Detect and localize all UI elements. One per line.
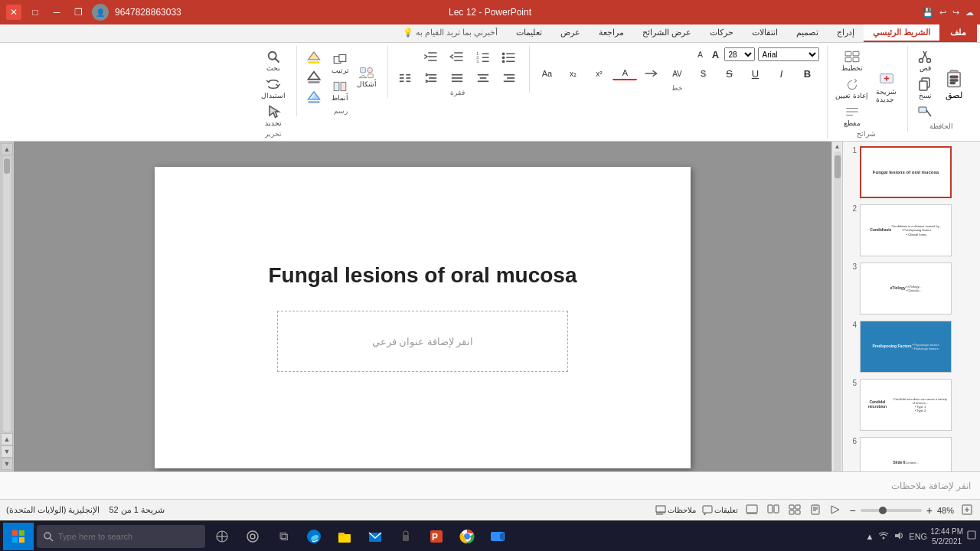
arrange-button[interactable]: ترتيب [328, 50, 352, 76]
cut-button[interactable]: قص [913, 47, 937, 73]
notes-area[interactable]: انقر لإضافة ملاحظات [0, 471, 980, 499]
slide-panel[interactable]: Fungal lesions of oral mucosa انقر لإضاف… [14, 142, 831, 471]
vscroll-up[interactable]: ▲ [833, 143, 842, 150]
slide-down-button[interactable]: ▼ [1, 445, 13, 458]
shadow-button[interactable]: S [691, 67, 715, 80]
quick-styles-button[interactable]: أنماط [328, 77, 352, 103]
bullets-button[interactable] [497, 47, 521, 66]
increase-font-button[interactable]: A [709, 48, 721, 61]
clear-format-button[interactable]: Aa [534, 67, 559, 80]
layout-button[interactable]: تخطيط [832, 47, 871, 73]
tab-animations[interactable]: حركات [701, 24, 743, 42]
taskbar-mail-icon[interactable] [361, 523, 389, 550]
decrease-indent-button[interactable] [445, 47, 469, 66]
task-view-icon[interactable] [208, 523, 236, 550]
shapes-button[interactable]: أشكال [354, 64, 380, 90]
vscroll-track[interactable] [834, 152, 841, 471]
close-button[interactable]: ✕ [6, 5, 21, 20]
underline-button[interactable]: U [743, 67, 767, 81]
tab-file[interactable]: ملف [939, 24, 977, 42]
undo-icon[interactable]: ↩ [939, 8, 946, 18]
up-arrow-icon[interactable]: ▲ [865, 532, 874, 541]
select-button[interactable]: تحديد [258, 103, 289, 129]
minimize-button[interactable]: ─ [49, 5, 64, 20]
outline-view-button[interactable] [766, 503, 781, 518]
align-right-button[interactable] [497, 69, 521, 87]
normal-view-button[interactable] [744, 503, 760, 518]
thumb-item-2[interactable]: 2 Candidiasis Candidiasis is a disease c… [846, 203, 977, 258]
subscript-button[interactable]: x₂ [560, 68, 585, 80]
shape-outline-button[interactable] [302, 67, 326, 86]
find-button[interactable]: بحث [258, 47, 289, 73]
decrease-font-button[interactable]: A [694, 50, 706, 60]
thumb-item-5[interactable]: 5 Candidal microbion Candidal microbion … [846, 377, 977, 432]
slide-up-button[interactable]: ▲ [1, 433, 13, 445]
taskbar-widgets-icon[interactable]: ⧉ [270, 523, 297, 550]
font-name-select[interactable]: Arial [758, 47, 819, 61]
thumb-item-3[interactable]: 3 eTiology • eTiology...• Clinicals... [846, 261, 977, 316]
new-slide-button[interactable]: شريحةجديدة [873, 71, 900, 105]
font-color-button[interactable]: A [612, 67, 637, 80]
superscript-button[interactable]: x² [586, 68, 611, 80]
tab-slideshow[interactable]: عرض الشرائح [633, 24, 701, 42]
increase-indent-button[interactable] [419, 47, 443, 66]
start-button[interactable] [3, 523, 34, 550]
font-size-select[interactable]: 28 [724, 47, 755, 61]
shape-fill-button[interactable] [302, 47, 326, 66]
reading-view-button[interactable] [808, 503, 822, 518]
tab-insert[interactable]: إدراج [828, 24, 864, 42]
replace-button[interactable]: استبدال [258, 75, 289, 101]
subtitle-placeholder[interactable]: انقر لإضافة عنوان فرعي [277, 311, 568, 372]
bold-button[interactable]: B [795, 67, 819, 81]
italic-button[interactable]: I [769, 67, 793, 81]
format-painter-button[interactable] [913, 103, 937, 121]
save-icon[interactable]: 💾 [923, 8, 933, 18]
thumb-item-6[interactable]: 6 Slide 6 Content... [846, 435, 977, 471]
thumb-item-1[interactable]: 1 Fungal lesions of oral mucosa [846, 145, 977, 200]
section-button[interactable]: مقطع [832, 103, 871, 129]
taskbar-powerpoint-icon[interactable]: P [423, 523, 450, 550]
clock[interactable]: 12:44 PM 5/2/2021 [930, 527, 963, 546]
comments-toggle[interactable]: تعليقات [702, 505, 738, 516]
columns-button[interactable] [393, 69, 417, 87]
thumb-item-4[interactable]: 4 Predisposing Factors • Physiologic fac… [846, 319, 977, 374]
scroll-up-arrow[interactable]: ▲ [1, 143, 13, 155]
strikethrough-button[interactable]: S [717, 67, 741, 81]
tab-view[interactable]: عرض [551, 24, 590, 42]
text-direction-button[interactable] [639, 64, 663, 83]
tab-help[interactable]: تعليمات [507, 24, 551, 42]
tab-transitions[interactable]: انتقالات [743, 24, 787, 42]
slide-sorter-button[interactable] [787, 503, 802, 518]
tab-review[interactable]: مراجعة [590, 24, 633, 42]
numbering-button[interactable]: 1. 2. 3. [471, 47, 495, 66]
maximize-button[interactable]: □ [28, 5, 43, 20]
notes-toggle[interactable]: ملاحظات [655, 505, 696, 516]
zoom-out-button[interactable]: − [848, 504, 858, 517]
language-label[interactable]: ENG [909, 532, 927, 541]
justify-button[interactable] [445, 69, 469, 87]
tab-tell-me[interactable]: 💡 أخبرني بما تريد القيام به [394, 24, 507, 42]
zoom-percent[interactable]: 48% [937, 506, 954, 515]
zoom-slider[interactable] [861, 509, 922, 512]
tab-home[interactable]: الشريط الرئيسي [864, 24, 939, 42]
notifications-icon[interactable] [966, 530, 977, 543]
taskbar-security-icon[interactable] [392, 523, 420, 550]
system-tray[interactable]: ▲ ENG [865, 530, 927, 543]
taskbar-zoom-icon[interactable] [484, 523, 511, 550]
paste-button[interactable]: لصق [939, 66, 969, 103]
zoom-in-button[interactable]: + [925, 504, 934, 517]
taskbar-edge-icon[interactable] [300, 523, 328, 550]
volume-icon[interactable] [893, 530, 904, 543]
reset-button[interactable]: إعادة تعيين [832, 75, 871, 101]
copy-button[interactable]: نسخ [913, 75, 937, 101]
restore-button[interactable]: ❐ [70, 5, 86, 20]
search-input[interactable] [58, 532, 181, 541]
taskbar-chrome-icon[interactable] [453, 523, 481, 550]
cloud-save-icon[interactable]: ☁ [965, 8, 974, 18]
taskbar-explorer-icon[interactable] [331, 523, 358, 550]
taskbar-search[interactable] [37, 525, 205, 548]
cortana-icon[interactable] [239, 523, 266, 550]
char-spacing-button[interactable]: AV [665, 68, 689, 80]
tab-design[interactable]: تصميم [787, 24, 828, 42]
presenter-view-button[interactable] [828, 503, 842, 518]
